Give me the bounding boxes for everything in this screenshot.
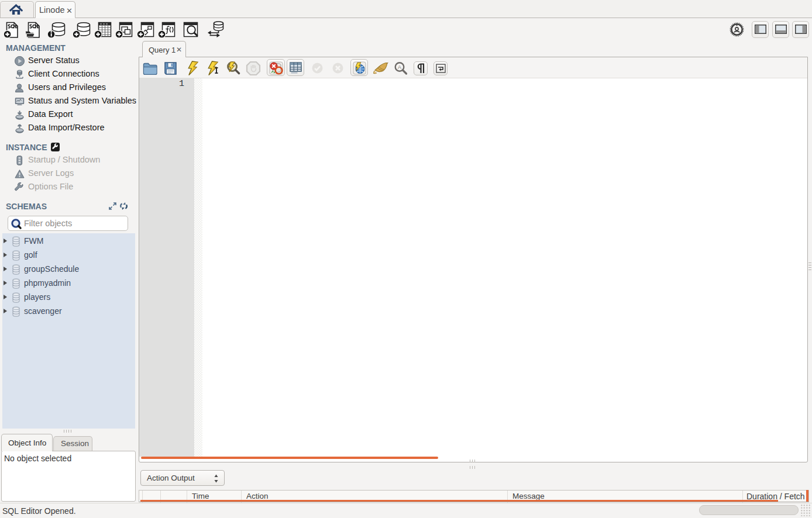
svg-text:A: A: [398, 64, 401, 70]
